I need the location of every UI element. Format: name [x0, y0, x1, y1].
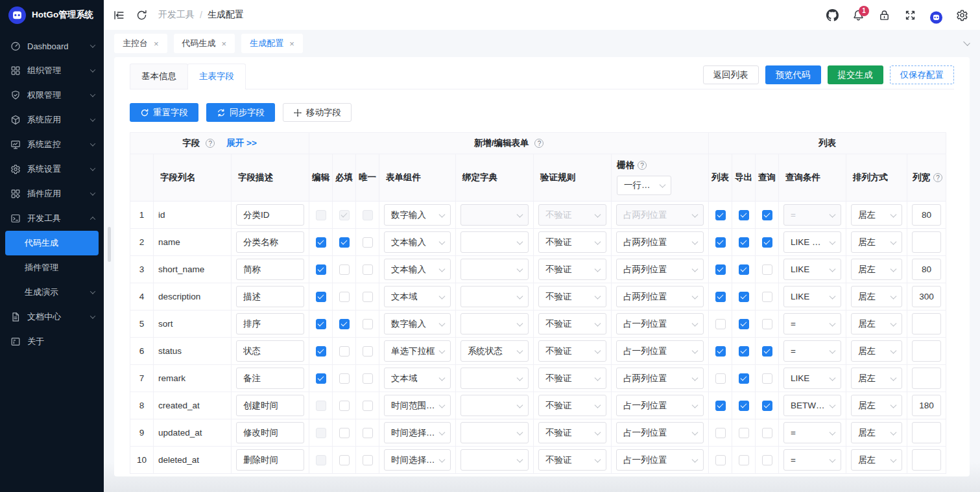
close-icon[interactable]: ×: [289, 40, 294, 48]
list-checkbox[interactable]: [715, 428, 726, 438]
export-checkbox[interactable]: [739, 428, 749, 438]
col-width-input[interactable]: [912, 286, 941, 307]
dict-select[interactable]: [460, 259, 529, 280]
component-select[interactable]: 单选下拉框: [384, 340, 451, 362]
reload-icon[interactable]: [136, 9, 148, 21]
button[interactable]: 返回列表: [703, 65, 759, 84]
export-checkbox[interactable]: [739, 455, 749, 465]
align-select[interactable]: 居左: [851, 231, 902, 253]
condition-select[interactable]: =: [783, 422, 841, 443]
dict-select[interactable]: [460, 395, 529, 416]
scrollbar-thumb[interactable]: [108, 227, 111, 262]
validate-select[interactable]: 不验证: [538, 259, 606, 280]
app-logo[interactable]: HotGo管理系统: [0, 0, 104, 30]
field-desc-input[interactable]: [236, 340, 304, 362]
export-checkbox[interactable]: [739, 210, 749, 220]
export-checkbox[interactable]: [739, 237, 749, 248]
card-tab[interactable]: 基本信息: [130, 64, 188, 89]
list-checkbox[interactable]: [715, 401, 726, 411]
field-desc-input[interactable]: [236, 204, 304, 226]
field-desc-input[interactable]: [236, 259, 304, 280]
edit-checkbox[interactable]: [316, 237, 326, 248]
validate-select[interactable]: 不验证: [538, 231, 606, 253]
sidebar-item-cube[interactable]: 系统应用: [0, 108, 104, 132]
query-checkbox[interactable]: [762, 319, 772, 329]
list-checkbox[interactable]: [715, 373, 726, 384]
sidebar-item-org[interactable]: 组织管理: [0, 58, 104, 83]
dict-select[interactable]: [460, 286, 529, 307]
align-select[interactable]: 居左: [851, 286, 902, 307]
field-desc-input[interactable]: [236, 422, 304, 443]
component-select[interactable]: 数字输入: [384, 313, 451, 334]
close-icon[interactable]: ×: [222, 40, 227, 48]
col-width-input[interactable]: [912, 259, 941, 280]
align-select[interactable]: 居左: [851, 259, 902, 280]
dict-select[interactable]: [460, 422, 529, 443]
component-select[interactable]: 文本域: [384, 286, 451, 307]
unique-checkbox[interactable]: [363, 237, 373, 248]
col-width-input[interactable]: [912, 449, 941, 471]
grid-select[interactable]: 占一列位置: [616, 340, 704, 362]
list-checkbox[interactable]: [715, 319, 726, 329]
nav-tab[interactable]: 主控台×: [114, 34, 167, 53]
button[interactable]: 预览代码: [765, 65, 821, 84]
export-checkbox[interactable]: [739, 292, 749, 302]
list-checkbox[interactable]: [715, 455, 726, 465]
required-checkbox[interactable]: [339, 373, 350, 384]
edit-checkbox[interactable]: [316, 346, 326, 357]
validate-select[interactable]: 不验证: [538, 340, 606, 362]
sync-button[interactable]: 同步字段: [206, 103, 275, 122]
expand-link[interactable]: 展开 >>: [226, 137, 257, 149]
validate-select[interactable]: 不验证: [538, 449, 606, 471]
sidebar-item-monitor[interactable]: 系统监控: [0, 132, 104, 157]
sidebar-item-devtools[interactable]: 开发工具: [0, 206, 104, 231]
component-select[interactable]: 文本输入: [384, 259, 451, 280]
condition-select[interactable]: LIKE: [783, 286, 841, 307]
unique-checkbox[interactable]: [363, 455, 373, 465]
query-checkbox[interactable]: [762, 401, 772, 411]
col-width-input[interactable]: [912, 395, 941, 416]
grid-layout-select[interactable]: 一行两列: [617, 176, 671, 195]
component-select[interactable]: 数字输入: [384, 204, 451, 226]
list-checkbox[interactable]: [715, 237, 726, 248]
align-select[interactable]: 居左: [851, 313, 902, 334]
condition-select[interactable]: =: [783, 313, 841, 334]
query-checkbox[interactable]: [762, 373, 772, 384]
condition-select[interactable]: LIKE %...%: [783, 231, 841, 253]
validate-select[interactable]: 不验证: [538, 286, 606, 307]
condition-select[interactable]: =: [783, 340, 841, 362]
required-checkbox[interactable]: [339, 319, 350, 329]
export-checkbox[interactable]: [739, 346, 749, 357]
edit-checkbox[interactable]: [316, 373, 326, 384]
query-checkbox[interactable]: [762, 455, 772, 465]
dict-select[interactable]: 系统状态: [460, 340, 529, 362]
required-checkbox[interactable]: [339, 346, 350, 357]
field-desc-input[interactable]: [236, 449, 304, 471]
card-tab[interactable]: 主表字段: [187, 64, 246, 89]
align-select[interactable]: 居左: [851, 204, 902, 226]
required-checkbox[interactable]: [339, 428, 350, 438]
list-checkbox[interactable]: [715, 264, 726, 275]
unique-checkbox[interactable]: [363, 264, 373, 275]
align-select[interactable]: 居左: [851, 395, 902, 416]
list-checkbox[interactable]: [715, 210, 726, 220]
col-width-input[interactable]: [912, 231, 941, 253]
sidebar-item-docs[interactable]: 文档中心: [0, 305, 104, 329]
query-checkbox[interactable]: [762, 292, 772, 302]
component-select[interactable]: 时间选择(Y-...: [384, 449, 451, 471]
validate-select[interactable]: 不验证: [538, 395, 606, 416]
align-select[interactable]: 居左: [851, 449, 902, 471]
unique-checkbox[interactable]: [363, 292, 373, 302]
grid-select[interactable]: 占一列位置: [616, 395, 704, 416]
grid-select[interactable]: 占两列位置: [616, 286, 704, 307]
field-desc-input[interactable]: [236, 313, 304, 334]
align-select[interactable]: 居左: [851, 422, 902, 443]
dict-select[interactable]: [460, 449, 529, 471]
close-icon[interactable]: ×: [154, 40, 159, 48]
export-checkbox[interactable]: [739, 264, 749, 275]
nav-tab[interactable]: 代码生成×: [174, 34, 235, 53]
query-checkbox[interactable]: [762, 346, 772, 357]
required-checkbox[interactable]: [339, 292, 350, 302]
validate-select[interactable]: 不验证: [538, 368, 606, 389]
col-width-input[interactable]: [912, 368, 941, 389]
